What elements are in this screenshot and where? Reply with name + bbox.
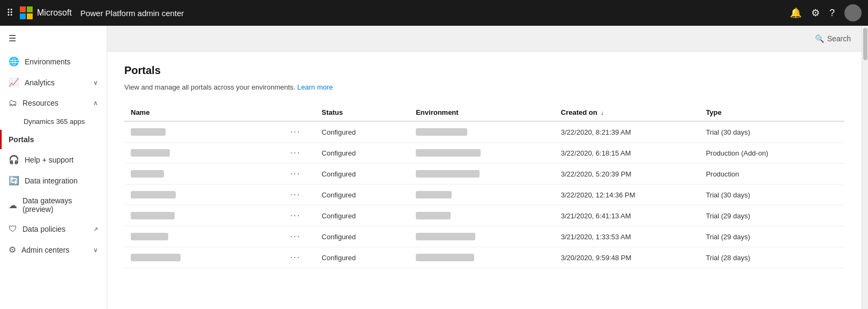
help-button[interactable]: ?	[829, 8, 835, 19]
scrollbar-thumb	[863, 28, 867, 60]
sidebar-item-portals-label: Portals	[9, 135, 34, 144]
cell-name: █████████	[124, 185, 284, 205]
sidebar-subitem-label: Dynamics 365 apps	[24, 117, 85, 126]
cell-dots-menu[interactable]: ···	[284, 185, 316, 205]
cell-environment: ██████	[409, 164, 555, 185]
cell-status: Configured	[315, 205, 409, 226]
table-row[interactable]: █████████···Configured████████████3/22/2…	[124, 185, 844, 205]
cell-environment: ██████████████	[409, 226, 555, 247]
row-context-menu-button[interactable]: ···	[290, 232, 301, 241]
user-avatar[interactable]	[844, 4, 862, 21]
data-integration-icon: 🔄	[9, 175, 19, 186]
app-title: Power Platform admin center	[80, 9, 184, 18]
sidebar-item-label: Resources	[23, 99, 58, 107]
sidebar-item-label: Data integration	[25, 176, 78, 185]
col-header-created-on[interactable]: Created on ↓	[555, 104, 700, 121]
row-context-menu-button[interactable]: ···	[290, 190, 301, 200]
hamburger-menu[interactable]: ☰	[0, 26, 107, 51]
page-content: Portals View and manage all portals acro…	[107, 52, 862, 309]
cell-type: Trial (28 days)	[699, 247, 844, 268]
table-row[interactable]: ████████···Configured████████████3/21/20…	[124, 205, 844, 226]
cell-created-on: 3/21/2020, 6:41:13 AM	[555, 205, 700, 226]
cell-status: Configured	[315, 247, 409, 268]
cell-status: Configured	[315, 143, 409, 164]
cell-dots-menu[interactable]: ···	[284, 226, 316, 247]
cell-name: ██████████	[124, 121, 284, 143]
environments-icon: 🌐	[9, 56, 19, 67]
cell-type: Trial (30 days)	[699, 121, 844, 143]
grid-icon[interactable]: ⠿	[6, 7, 13, 19]
external-link-icon: ↗	[93, 226, 98, 233]
cell-name: ████████████████	[124, 226, 284, 247]
learn-more-link[interactable]: Learn more	[297, 83, 333, 91]
cell-dots-menu[interactable]: ···	[284, 247, 316, 268]
cell-dots-menu[interactable]: ···	[284, 164, 316, 185]
cell-status: Configured	[315, 185, 409, 205]
sidebar-item-analytics[interactable]: 📈 Analytics ∨	[0, 72, 107, 93]
cell-created-on: 3/22/2020, 5:20:39 PM	[555, 164, 700, 185]
table-row[interactable]: ████████████████···Configured███████████…	[124, 226, 844, 247]
sidebar-item-label: Data policies	[23, 225, 65, 233]
help-support-icon: 🎧	[9, 154, 19, 165]
page-title: Portals	[124, 64, 844, 77]
settings-button[interactable]: ⚙	[811, 7, 820, 19]
cell-name: ████████████	[124, 164, 284, 185]
sidebar-item-label: Admin centers	[21, 246, 69, 254]
table-row[interactable]: █████████···Configured██████████3/22/202…	[124, 143, 844, 164]
col-header-environment: Environment	[409, 104, 555, 121]
sidebar-item-portals[interactable]: Portals	[0, 130, 107, 149]
search-icon: 🔍	[815, 34, 824, 43]
cell-environment: ██████████	[409, 143, 555, 164]
resources-icon: 🗂	[9, 98, 17, 108]
row-context-menu-button[interactable]: ···	[290, 127, 301, 137]
sidebar-item-admin-centers[interactable]: ⚙ Admin centers ∨	[0, 239, 107, 260]
cell-created-on: 3/22/2020, 8:21:39 AM	[555, 121, 700, 143]
row-context-menu-button[interactable]: ···	[290, 211, 301, 220]
content-header-bar: 🔍 Search	[107, 26, 862, 52]
search-box[interactable]: 🔍 Search	[815, 34, 851, 43]
search-label: Search	[827, 34, 851, 43]
table-row[interactable]: ████···Configured██████████████████3/20/…	[124, 247, 844, 268]
cell-name: ████	[124, 247, 284, 268]
table-row[interactable]: ██████████···Configured████████████3/22/…	[124, 121, 844, 143]
sidebar-item-label: Analytics	[25, 78, 55, 87]
row-context-menu-button[interactable]: ···	[290, 253, 301, 262]
col-header-type: Type	[699, 104, 844, 121]
row-context-menu-button[interactable]: ···	[290, 169, 301, 179]
sidebar-item-resources[interactable]: 🗂 Resources ∧	[0, 93, 107, 113]
notifications-button[interactable]: 🔔	[790, 7, 802, 19]
sort-down-icon: ↓	[601, 109, 604, 116]
sidebar-item-environments[interactable]: 🌐 Environments	[0, 51, 107, 72]
subtitle-text: View and manage all portals across your …	[124, 83, 295, 91]
topbar: ⠿ Microsoft Power Platform admin center …	[0, 0, 868, 26]
cell-name: ████████	[124, 205, 284, 226]
cell-dots-menu[interactable]: ···	[284, 121, 316, 143]
cell-status: Configured	[315, 164, 409, 185]
page-subtitle: View and manage all portals across your …	[124, 83, 844, 91]
sidebar-item-dynamics365[interactable]: Dynamics 365 apps	[0, 113, 107, 130]
microsoft-label: Microsoft	[37, 8, 72, 18]
sidebar-item-help-support[interactable]: 🎧 Help + support	[0, 149, 107, 170]
cell-environment: ████████████	[409, 121, 555, 143]
sidebar-item-data-policies[interactable]: 🛡 Data policies ↗	[0, 219, 107, 239]
cell-created-on: 3/21/2020, 1:33:53 AM	[555, 226, 700, 247]
cell-type: Trial (29 days)	[699, 205, 844, 226]
cell-dots-menu[interactable]: ···	[284, 143, 316, 164]
cell-status: Configured	[315, 121, 409, 143]
sidebar-item-data-gateways[interactable]: ☁ Data gateways (preview)	[0, 191, 107, 219]
col-header-dots	[284, 104, 316, 121]
cell-type: Trial (30 days)	[699, 185, 844, 205]
table-row[interactable]: ████████████···Configured██████3/22/2020…	[124, 164, 844, 185]
cell-dots-menu[interactable]: ···	[284, 205, 316, 226]
right-scrollbar[interactable]	[862, 26, 868, 309]
col-header-name: Name	[124, 104, 284, 121]
cell-environment: ████████████	[409, 185, 555, 205]
data-gateways-icon: ☁	[9, 200, 17, 210]
sidebar-item-data-integration[interactable]: 🔄 Data integration	[0, 170, 107, 191]
row-context-menu-button[interactable]: ···	[290, 148, 301, 158]
table-header-row: Name Status Environment Created on ↓ Typ…	[124, 104, 844, 121]
cell-type: Production	[699, 164, 844, 185]
topbar-right: 🔔 ⚙ ?	[790, 4, 862, 21]
cell-name: █████████	[124, 143, 284, 164]
ms-logo-squares	[20, 6, 33, 19]
